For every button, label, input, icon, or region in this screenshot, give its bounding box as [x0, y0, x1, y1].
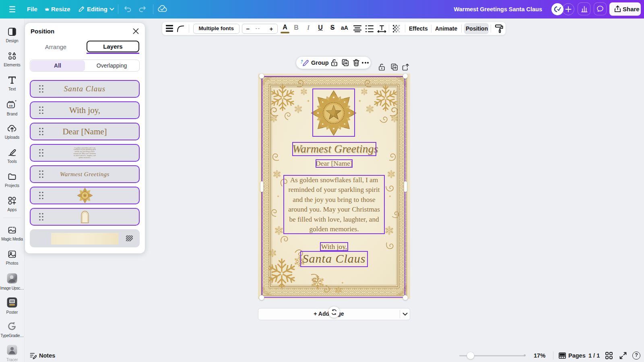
svg-text:co: co — [9, 104, 13, 107]
